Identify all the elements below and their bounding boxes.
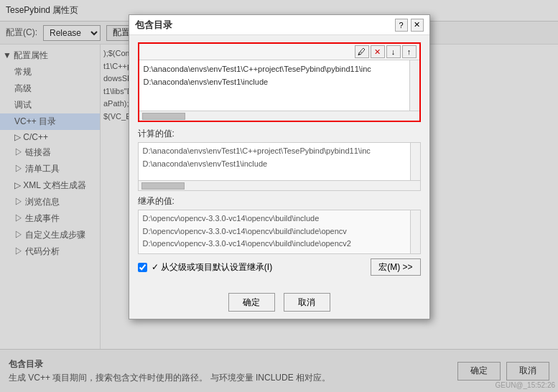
modal-body: 🖊 ✕ ↓ ↑ D:\anaconda\envs\envTest1\C++pro… <box>129 35 429 289</box>
modal-title: 包含目录 <box>135 19 172 32</box>
inherited-path-1: D:\opencv\opencv-3.3.0-vc14\opencv\build… <box>143 213 406 225</box>
edit-up-button[interactable]: ↑ <box>402 45 417 58</box>
computed-text: D:\anaconda\envs\envTest1\C++project\Tes… <box>139 143 420 180</box>
inherited-path-3: D:\opencv\opencv-3.3.0-vc14\opencv\build… <box>143 238 406 251</box>
edit-area: 🖊 ✕ ↓ ↑ D:\anaconda\envs\envTest1\C++pro… <box>138 42 421 122</box>
edit-hscrollbar[interactable] <box>139 111 419 121</box>
inherit-checkbox[interactable] <box>138 263 147 272</box>
inherit-checkbox-label[interactable]: ✓ 从父级或项目默认设置继承(I) <box>152 261 273 274</box>
computed-label: 计算的值: <box>138 128 421 140</box>
modal-footer: 确定 取消 <box>129 289 429 319</box>
edit-path-2: D:\anaconda\envs\envTest1\include <box>144 76 415 89</box>
edit-new-button[interactable]: 🖊 <box>355 45 369 58</box>
main-window: TesePybind 属性页 配置(C): Release 配置管理器(O)..… <box>0 0 558 392</box>
inherited-path-2: D:\opencv\opencv-3.3.0-vc14\opencv\build… <box>143 225 406 238</box>
edit-text-container: D:\anaconda\envs\envTest1\C++project\Tes… <box>139 60 419 111</box>
edit-down-button[interactable]: ↓ <box>386 45 401 58</box>
checkbox-row: ✓ 从父级或项目默认设置继承(I) 宏(M) >> <box>138 258 421 276</box>
edit-text-area[interactable]: D:\anaconda\envs\envTest1\C++project\Tes… <box>139 60 419 111</box>
watermark: GEUN@_15:52:26 <box>495 381 555 389</box>
inherited-text: D:\opencv\opencv-3.3.0-vc14\opencv\build… <box>139 210 420 253</box>
computed-hscrollbar[interactable] <box>139 180 420 190</box>
edit-scrollbar[interactable] <box>409 60 419 111</box>
computed-path-2: D:\anaconda\envs\envTest1\include <box>143 158 406 171</box>
computed-container: D:\anaconda\envs\envTest1\C++project\Tes… <box>139 143 420 180</box>
edit-hscrollbar-thumb[interactable] <box>142 113 185 120</box>
computed-hscrollbar-thumb[interactable] <box>141 182 185 190</box>
modal-ok-button[interactable]: 确定 <box>228 293 275 312</box>
edit-toolbar: 🖊 ✕ ↓ ↑ <box>139 44 419 60</box>
computed-path-1: D:\anaconda\envs\envTest1\C++project\Tes… <box>143 145 406 158</box>
modal-help-button[interactable]: ? <box>395 19 408 32</box>
modal-overlay: 包含目录 ? ✕ 🖊 ✕ ↓ ↑ <box>0 0 558 392</box>
inherited-label: 继承的值: <box>138 195 421 207</box>
modal-titlebar: 包含目录 ? ✕ <box>129 15 429 35</box>
modal-dialog: 包含目录 ? ✕ 🖊 ✕ ↓ ↑ <box>129 14 430 319</box>
modal-close-button[interactable]: ✕ <box>411 19 424 32</box>
edit-delete-button[interactable]: ✕ <box>371 45 385 58</box>
inherited-container: D:\opencv\opencv-3.3.0-vc14\opencv\build… <box>139 210 420 253</box>
modal-title-buttons: ? ✕ <box>395 19 424 32</box>
macro-button[interactable]: 宏(M) >> <box>371 258 420 276</box>
inherited-area: D:\opencv\opencv-3.3.0-vc14\opencv\build… <box>138 210 421 254</box>
inherited-scrollbar[interactable] <box>410 210 420 253</box>
edit-path-1: D:\anaconda\envs\envTest1\C++project\Tes… <box>144 63 415 76</box>
computed-area: D:\anaconda\envs\envTest1\C++project\Tes… <box>138 142 421 191</box>
modal-cancel-button[interactable]: 取消 <box>284 293 330 312</box>
computed-scrollbar[interactable] <box>410 143 420 180</box>
